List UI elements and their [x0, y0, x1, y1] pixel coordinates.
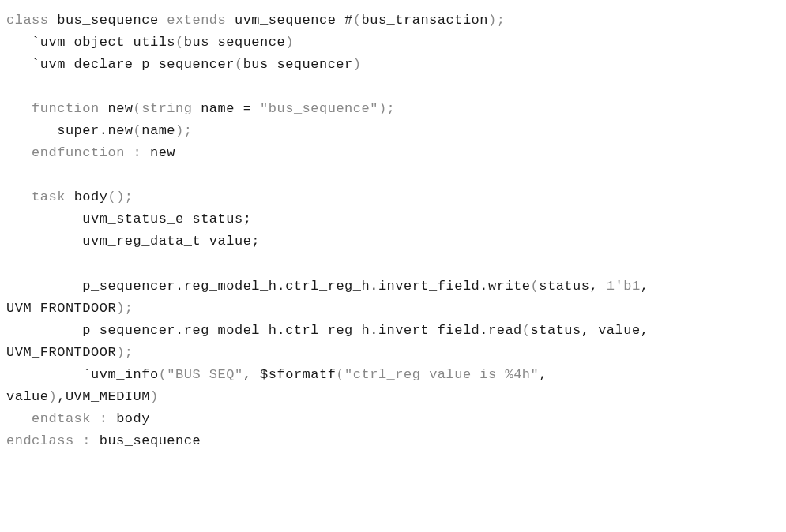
- code-token: endtask :: [32, 411, 116, 426]
- code-line: UVM_FRONTDOOR);: [6, 301, 134, 316]
- code-token: );: [488, 13, 505, 28]
- code-token: );: [378, 101, 395, 116]
- code-token: (: [353, 13, 362, 28]
- code-token: value: [6, 389, 49, 404]
- code-token: extends: [159, 13, 235, 28]
- code-token: (: [531, 279, 540, 294]
- code-token: "ctrl_reg value is %4h": [344, 367, 539, 382]
- code-token: ): [150, 389, 159, 404]
- code-token: ): [49, 389, 58, 404]
- code-line: `uvm_object_utils(bus_sequence): [6, 35, 294, 50]
- code-token: bus_sequence: [57, 13, 158, 28]
- code-token: bus_sequence: [100, 433, 201, 448]
- code-token: ,: [539, 367, 555, 382]
- code-line: `uvm_declare_p_sequencer(bus_sequencer): [6, 57, 361, 72]
- code-line: uvm_reg_data_t value;: [6, 234, 260, 249]
- code-token: `uvm_info: [82, 367, 158, 382]
- code-token: task: [32, 189, 74, 204]
- code-token: bus_sequencer: [243, 57, 353, 72]
- code-token: `uvm_object_utils: [32, 35, 175, 50]
- code-token: ): [353, 57, 362, 72]
- code-token: new: [150, 145, 175, 160]
- code-line: p_sequencer.reg_model_h.ctrl_reg_h.inver…: [6, 279, 657, 294]
- code-line: task body();: [6, 189, 134, 204]
- code-token: UVM_FRONTDOOR: [6, 301, 116, 316]
- code-token: (: [134, 123, 142, 138]
- code-token: p_sequencer.reg_model_h.ctrl_reg_h.inver…: [82, 323, 522, 338]
- code-token: , $sformatf: [243, 367, 337, 382]
- code-token: body: [74, 189, 108, 204]
- code-token: endclass :: [6, 433, 100, 448]
- code-token: (: [134, 101, 142, 116]
- code-token: bus_transaction: [362, 13, 489, 28]
- code-token: super.new: [57, 123, 133, 138]
- code-token: ,: [641, 279, 657, 294]
- code-block: class bus_sequence extends uvm_sequence …: [6, 9, 780, 452]
- code-token: );: [116, 301, 133, 316]
- code-token: name =: [201, 101, 260, 116]
- code-token: body: [116, 411, 150, 426]
- code-line: endclass : bus_sequence: [6, 433, 201, 448]
- code-token: bus_sequence: [184, 35, 285, 50]
- code-token: ): [285, 35, 294, 50]
- code-token: function: [32, 101, 107, 116]
- code-token: new: [107, 101, 133, 116]
- code-token: uvm_status_e status;: [82, 212, 251, 227]
- code-token: string: [141, 101, 201, 116]
- code-line: value),UVM_MEDIUM): [6, 389, 159, 404]
- code-line: `uvm_info("BUS SEQ", $sformatf("ctrl_reg…: [6, 367, 556, 382]
- code-token: );: [116, 345, 133, 360]
- code-token: (: [175, 35, 184, 50]
- code-token: UVM_FRONTDOOR: [6, 345, 116, 360]
- code-line: p_sequencer.reg_model_h.ctrl_reg_h.inver…: [6, 323, 657, 338]
- code-line: UVM_FRONTDOOR);: [6, 345, 134, 360]
- code-line: uvm_status_e status;: [6, 212, 251, 227]
- code-token: uvm_reg_data_t value;: [82, 234, 260, 249]
- code-token: uvm_sequence #: [235, 13, 353, 28]
- code-line: endtask : body: [6, 411, 150, 426]
- code-line: super.new(name);: [6, 123, 192, 138]
- code-line: class bus_sequence extends uvm_sequence …: [6, 13, 505, 28]
- code-token: ,UVM_MEDIUM: [57, 389, 150, 404]
- code-token: status,: [539, 279, 607, 294]
- code-token: p_sequencer.reg_model_h.ctrl_reg_h.inver…: [82, 279, 530, 294]
- code-line: endfunction : new: [6, 145, 175, 160]
- code-token: "BUS SEQ": [167, 367, 243, 382]
- code-token: class: [6, 13, 57, 28]
- code-token: endfunction :: [32, 145, 150, 160]
- code-token: (: [159, 367, 167, 382]
- code-token: 1'b1: [607, 279, 641, 294]
- code-token: );: [175, 123, 192, 138]
- code-token: status, value,: [531, 323, 658, 338]
- code-token: (: [522, 323, 531, 338]
- code-token: "bus_sequence": [260, 101, 378, 116]
- code-line: function new(string name = "bus_sequence…: [6, 101, 395, 116]
- code-token: (: [336, 367, 344, 382]
- code-token: `uvm_declare_p_sequencer: [32, 57, 235, 72]
- code-token: name: [141, 123, 175, 138]
- code-token: ();: [107, 189, 133, 204]
- code-token: (: [235, 57, 243, 72]
